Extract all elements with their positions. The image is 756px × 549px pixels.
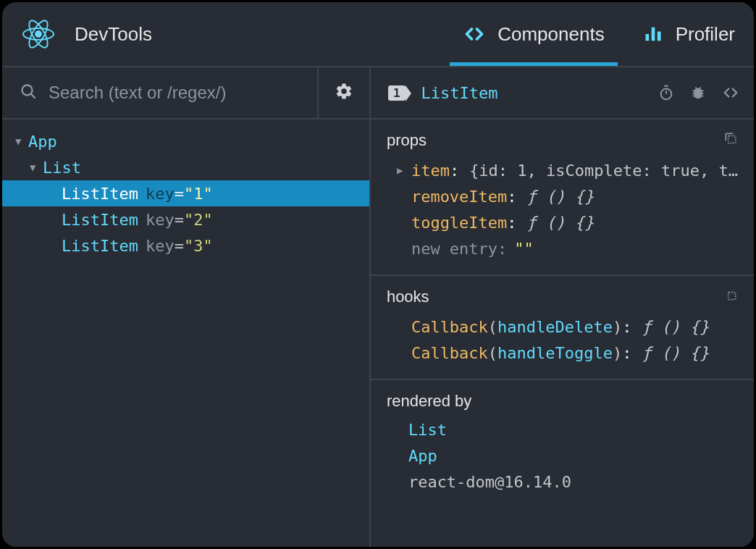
tab-profiler[interactable]: Profiler: [623, 2, 754, 66]
component-index-badge: 1: [388, 85, 406, 101]
prop-key: new entry: [411, 240, 497, 258]
prop-value: {id: 1, isComplete: true, t…: [469, 162, 738, 180]
prop-value: "": [514, 240, 534, 258]
search-icon: [20, 83, 37, 103]
detail-header: 1 ListItem: [371, 67, 754, 120]
tree-node-app[interactable]: ▼ App: [2, 128, 369, 154]
tree-node-listitem-3[interactable]: ListItem key="3": [2, 232, 369, 259]
props-section: props ▶ item:{id: 1, isComplete: true, t…: [371, 120, 754, 276]
tree-node-key: key="3": [146, 237, 213, 255]
prop-toggleItem[interactable]: toggleItem:ƒ () {}: [387, 209, 738, 235]
copy-icon: [723, 288, 738, 302]
bar-chart-icon: [642, 24, 664, 44]
code-brackets-icon: [722, 85, 739, 101]
hook-arg: handleToggle: [497, 344, 613, 362]
tab-components-label: Components: [497, 23, 604, 46]
copy-props-button[interactable]: [723, 131, 738, 150]
search-area: [2, 83, 317, 103]
detail-pane: 1 ListItem props: [371, 67, 754, 547]
components-tree-pane: ▼ App ▼ List ListItem key="1" ListItem: [2, 67, 371, 547]
prop-item[interactable]: ▶ item:{id: 1, isComplete: true, t…: [387, 157, 738, 183]
tree-node-list[interactable]: ▼ List: [2, 154, 369, 180]
devtools-window: DevTools Components Profiler: [0, 0, 756, 549]
props-title: props: [387, 131, 427, 150]
hooks-title: hooks: [387, 288, 429, 306]
selected-component-name: ListItem: [421, 84, 498, 102]
hook-label: Callback: [411, 318, 488, 336]
rendered-by-title: rendered by: [387, 392, 471, 411]
view-source-button[interactable]: [722, 85, 739, 101]
detail-actions: [658, 85, 739, 101]
settings-button[interactable]: [317, 67, 369, 118]
hooks-section: hooks Callback(handleDelete):ƒ () {} Cal…: [371, 276, 754, 380]
caret-down-icon: ▼: [30, 162, 43, 173]
gear-icon: [335, 82, 353, 104]
rendered-by-app[interactable]: App: [387, 443, 738, 469]
search-bar: [2, 67, 369, 120]
svg-rect-6: [657, 32, 660, 41]
caret-down-icon: ▼: [15, 135, 28, 147]
svg-point-9: [661, 89, 672, 100]
hook-label: Callback: [411, 344, 488, 362]
tree-node-label: ListItem: [62, 211, 138, 229]
react-logo-icon: [22, 20, 54, 49]
prop-new-entry[interactable]: new entry: "": [387, 235, 738, 261]
suspend-button[interactable]: [658, 85, 674, 101]
inspect-button[interactable]: [690, 85, 706, 101]
hook-arg: handleDelete: [497, 318, 613, 336]
body: ▼ App ▼ List ListItem key="1" ListItem: [2, 67, 754, 547]
rendered-by-section: rendered by List App react-dom@16.14.0: [371, 380, 754, 524]
prop-key: toggleItem: [411, 214, 507, 232]
hook-value: ƒ () {}: [642, 318, 710, 336]
caret-right-icon: ▶: [397, 164, 411, 176]
hook-callback-1[interactable]: Callback(handleDelete):ƒ () {}: [387, 314, 738, 340]
tree-node-key: key="2": [146, 211, 213, 229]
copy-hooks-button[interactable]: [723, 288, 738, 306]
tree-node-label: List: [43, 159, 81, 177]
prop-removeItem[interactable]: removeItem:ƒ () {}: [387, 183, 738, 209]
header-left: DevTools: [2, 20, 444, 49]
hook-value: ƒ () {}: [642, 344, 710, 362]
svg-rect-4: [645, 34, 649, 41]
header-title: DevTools: [75, 23, 152, 46]
search-input[interactable]: [49, 83, 317, 103]
component-tree: ▼ App ▼ List ListItem key="1" ListItem: [2, 120, 369, 259]
tree-node-listitem-2[interactable]: ListItem key="2": [2, 206, 369, 232]
tree-node-listitem-1[interactable]: ListItem key="1": [2, 180, 369, 206]
code-brackets-icon: [463, 24, 486, 44]
tree-node-label: ListItem: [62, 185, 138, 203]
tab-components[interactable]: Components: [444, 2, 623, 66]
tabs: Components Profiler: [444, 2, 754, 66]
svg-rect-13: [728, 293, 736, 300]
rendered-by-react-dom: react-dom@16.14.0: [387, 469, 738, 495]
rendered-by-list[interactable]: List: [387, 416, 738, 443]
svg-line-8: [31, 94, 35, 98]
stopwatch-icon: [658, 85, 674, 101]
tree-node-label: App: [28, 133, 57, 151]
svg-rect-12: [728, 136, 736, 143]
hook-callback-2[interactable]: Callback(handleToggle):ƒ () {}: [387, 340, 738, 366]
header: DevTools Components Profiler: [2, 2, 754, 67]
svg-rect-5: [651, 28, 655, 41]
tab-profiler-label: Profiler: [676, 23, 735, 46]
copy-icon: [723, 131, 738, 146]
prop-key: item: [411, 162, 450, 180]
prop-value: ƒ () {}: [527, 214, 595, 232]
tree-node-key: key="1": [146, 185, 213, 203]
prop-value: ƒ () {}: [527, 188, 595, 206]
tree-node-label: ListItem: [62, 237, 138, 255]
svg-point-0: [35, 31, 41, 37]
prop-key: removeItem: [411, 188, 507, 206]
bug-icon: [690, 85, 706, 101]
